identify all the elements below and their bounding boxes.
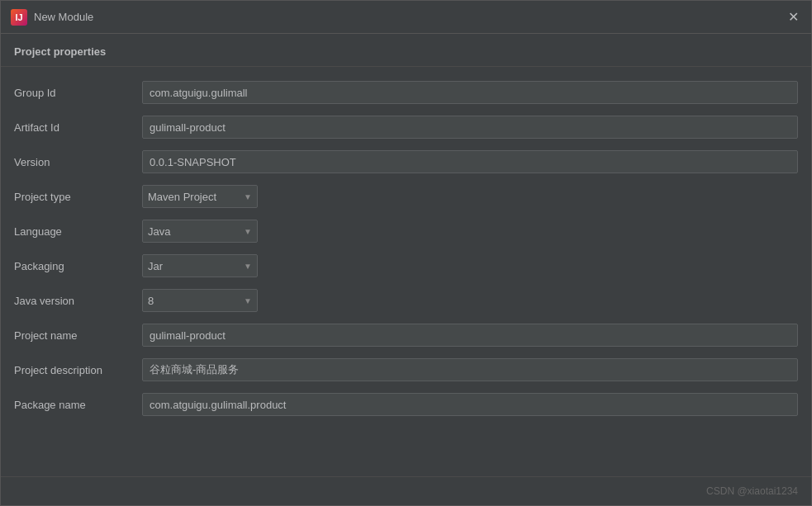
section-header: Project properties [1, 34, 811, 67]
form-row-project-name: Project name [1, 318, 811, 352]
label-group-id: Group Id [14, 87, 142, 99]
select-language[interactable]: JavaKotlinGroovy [148, 225, 240, 238]
label-project-type: Project type [14, 191, 142, 203]
label-project-name: Project name [14, 329, 142, 342]
form-row-java-version: Java version81117▼ [1, 283, 811, 318]
footer: CSDN @xiaotai1234 [1, 476, 811, 505]
form-row-packaging: PackagingJarWar▼ [1, 248, 811, 283]
label-package-name: Package name [14, 399, 142, 411]
form-row-version: Version [1, 144, 811, 179]
label-artifact-id: Artifact Id [14, 121, 142, 134]
input-group-id[interactable] [142, 81, 798, 104]
select-packaging[interactable]: JarWar [148, 260, 240, 272]
title-bar-left: IJ New Module [11, 9, 93, 26]
input-artifact-id[interactable] [142, 116, 798, 139]
input-package-name[interactable] [142, 393, 798, 416]
form-content: Group IdArtifact IdVersionProject typeMa… [1, 67, 811, 476]
watermark: CSDN @xiaotai1234 [706, 485, 798, 497]
select-wrapper-java-version[interactable]: 81117▼ [142, 289, 258, 312]
new-module-dialog: IJ New Module ✕ Project properties Group… [0, 0, 812, 506]
label-version: Version [14, 156, 142, 168]
label-java-version: Java version [14, 295, 142, 307]
select-wrapper-language[interactable]: JavaKotlinGroovy▼ [142, 220, 258, 243]
input-project-description[interactable] [142, 358, 798, 381]
select-wrapper-packaging[interactable]: JarWar▼ [142, 254, 258, 277]
chevron-down-icon-language: ▼ [244, 227, 252, 236]
label-language: Language [14, 225, 142, 238]
form-row-project-type: Project typeMaven ProjectGradle Project▼ [1, 179, 811, 214]
title-bar: IJ New Module ✕ [1, 1, 811, 34]
dialog-title: New Module [34, 11, 93, 23]
form-row-package-name: Package name [1, 387, 811, 422]
form-row-group-id: Group Id [1, 75, 811, 110]
close-button[interactable]: ✕ [785, 9, 801, 26]
select-wrapper-project-type[interactable]: Maven ProjectGradle Project▼ [142, 185, 258, 208]
app-icon: IJ [11, 9, 27, 26]
select-project-type[interactable]: Maven ProjectGradle Project [148, 191, 240, 203]
select-java-version[interactable]: 81117 [148, 295, 240, 307]
input-project-name[interactable] [142, 324, 798, 347]
label-project-description: Project description [14, 364, 142, 376]
label-packaging: Packaging [14, 260, 142, 272]
form-row-artifact-id: Artifact Id [1, 110, 811, 144]
chevron-down-icon-project-type: ▼ [244, 192, 252, 201]
chevron-down-icon-java-version: ▼ [244, 296, 252, 305]
input-version[interactable] [142, 150, 798, 173]
chevron-down-icon-packaging: ▼ [244, 262, 252, 271]
form-row-project-description: Project description [1, 352, 811, 387]
form-row-language: LanguageJavaKotlinGroovy▼ [1, 214, 811, 248]
